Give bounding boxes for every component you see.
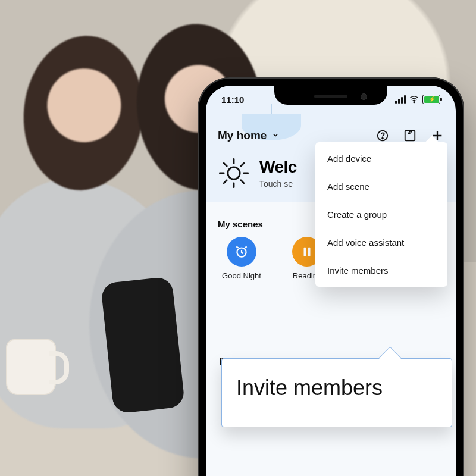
edit-square-icon[interactable] xyxy=(403,129,416,142)
svg-rect-14 xyxy=(304,248,306,256)
sun-icon xyxy=(218,157,250,189)
wifi-icon xyxy=(409,95,419,104)
menu-add-voice-assistant[interactable]: Add voice assistant xyxy=(315,228,447,256)
battery-charging-icon: ⚡ xyxy=(422,95,440,104)
coffee-mug xyxy=(6,339,56,395)
svg-line-11 xyxy=(224,180,227,183)
welcome-title: Welc xyxy=(259,158,297,177)
cellular-signal-icon xyxy=(395,95,406,104)
invite-members-callout: Invite members xyxy=(221,358,452,427)
home-label: My home xyxy=(218,129,267,142)
status-time: 11:10 xyxy=(221,95,244,105)
home-selector[interactable]: My home xyxy=(218,129,280,142)
scene-label: Good Night xyxy=(222,271,261,280)
svg-line-12 xyxy=(241,163,244,166)
background-photo: 11:10 ⚡ My home xyxy=(0,0,476,476)
svg-line-10 xyxy=(241,180,244,183)
svg-point-0 xyxy=(414,102,415,103)
held-phone xyxy=(101,276,185,414)
chevron-down-icon xyxy=(271,131,280,141)
svg-rect-15 xyxy=(308,248,311,256)
scenes-row[interactable]: Good Night Reading xyxy=(218,237,331,280)
svg-line-9 xyxy=(224,163,227,166)
add-dropdown-menu: Add device Add scene Create a group Add … xyxy=(315,142,447,287)
my-scenes-label: My scenes xyxy=(218,219,263,229)
scene-good-night[interactable]: Good Night xyxy=(218,237,265,280)
menu-add-device[interactable]: Add device xyxy=(315,145,447,173)
welcome-subtitle[interactable]: Touch se xyxy=(259,179,297,189)
menu-add-scene[interactable]: Add scene xyxy=(315,173,447,201)
callout-text: Invite members xyxy=(236,375,383,400)
status-right: ⚡ xyxy=(395,95,440,104)
menu-create-group[interactable]: Create a group xyxy=(315,201,447,228)
callout-tail xyxy=(378,346,401,369)
help-icon[interactable] xyxy=(376,129,389,142)
svg-point-2 xyxy=(382,138,383,139)
menu-invite-members[interactable]: Invite members xyxy=(315,256,447,284)
svg-point-4 xyxy=(228,167,240,179)
phone-notch xyxy=(274,86,387,105)
phone-screen: 11:10 ⚡ My home xyxy=(206,86,456,476)
alarm-clock-icon xyxy=(227,237,256,267)
phone-frame: 11:10 ⚡ My home xyxy=(198,77,464,476)
